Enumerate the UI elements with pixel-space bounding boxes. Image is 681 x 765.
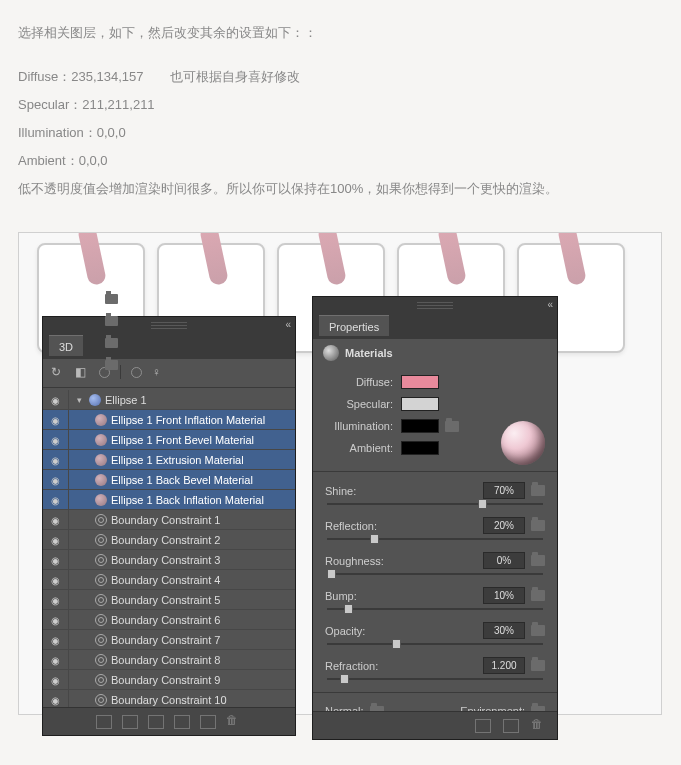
specular-swatch[interactable] [401,397,439,411]
shine-row: Shine: 70% [325,482,545,505]
visibility-eye-icon[interactable] [51,694,60,706]
bump-slider[interactable] [327,608,543,610]
visibility-eye-icon[interactable] [51,654,60,666]
lights-filter-icon[interactable] [152,365,166,379]
visibility-eye-icon[interactable] [51,634,60,646]
shine-value[interactable]: 70% [483,482,525,499]
trash-icon[interactable] [226,715,242,729]
instruction-line1: 选择相关图层，如下，然后改变其余的设置如下：： [18,20,663,46]
folder-icon[interactable] [105,294,118,304]
reflection-value[interactable]: 20% [483,517,525,534]
layer-label: Ellipse 1 Back Bevel Material [111,474,253,486]
diffuse-swatch[interactable] [401,375,439,389]
constraint-icon [95,554,107,566]
footer-icon-2[interactable] [122,715,138,729]
panel-collapse-icon[interactable]: « [547,299,553,310]
layer-material-0[interactable]: Ellipse 1 Front Inflation Material [43,410,295,430]
bump-value[interactable]: 10% [483,587,525,604]
footer-icon-1[interactable] [96,715,112,729]
layer-constraint-4[interactable]: Boundary Constraint 4 [43,570,295,590]
constraint-icon [95,514,107,526]
folder-icon[interactable] [531,590,545,601]
visibility-eye-icon[interactable] [51,394,60,406]
layer-material-1[interactable]: Ellipse 1 Front Bevel Material [43,430,295,450]
visibility-eye-icon[interactable] [51,414,60,426]
folder-icon[interactable] [105,360,118,370]
folder-icon[interactable] [531,555,545,566]
footer-icon-3[interactable] [148,715,164,729]
roughness-value[interactable]: 0% [483,552,525,569]
scene-icon[interactable] [75,365,89,379]
panel-drag-head[interactable]: « [313,297,557,315]
folder-icon[interactable] [105,338,118,348]
ambient-label: Ambient: [323,442,401,454]
layer-constraint-8[interactable]: Boundary Constraint 8 [43,650,295,670]
layer-ellipse-1[interactable]: ▾Ellipse 1 [43,390,295,410]
visibility-eye-icon[interactable] [51,614,60,626]
layer-constraint-6[interactable]: Boundary Constraint 6 [43,610,295,630]
layer-label: Boundary Constraint 6 [111,614,220,626]
material-icon [95,434,107,446]
footer-new-icon[interactable] [200,715,216,729]
visibility-eye-icon[interactable] [51,594,60,606]
folder-icon[interactable] [531,520,545,531]
footer-icon-4[interactable] [174,715,190,729]
materials-section-label: Materials [345,347,393,359]
footer-icon-b[interactable] [503,719,519,733]
folder-icon[interactable] [445,421,459,432]
opacity-slider[interactable] [327,643,543,645]
visibility-eye-icon[interactable] [51,494,60,506]
layer-label: Ellipse 1 Front Bevel Material [111,434,254,446]
constraint-icon [95,534,107,546]
visibility-eye-icon[interactable] [51,674,60,686]
visibility-eye-icon[interactable] [51,454,60,466]
visibility-eye-icon[interactable] [51,554,60,566]
layer-list[interactable]: ▾Ellipse 1 Ellipse 1 Front Inflation Mat… [43,390,295,728]
refresh-icon[interactable] [51,365,65,379]
layer-label: Boundary Constraint 7 [111,634,220,646]
folder-icon[interactable] [531,625,545,636]
layer-label: Ellipse 1 Back Inflation Material [111,494,264,506]
ambient-swatch[interactable] [401,441,439,455]
folder-icon[interactable] [531,660,545,671]
shine-label: Shine: [325,485,356,497]
properties-panel: « Properties Materials Diffuse: Specular… [312,296,558,740]
panel-collapse-icon[interactable]: « [285,319,291,330]
refraction-value[interactable]: 1.200 [483,657,525,674]
trash-icon[interactable] [531,719,547,733]
material-preview-sphere[interactable] [501,421,545,465]
shine-slider[interactable] [327,503,543,505]
layer-label: Boundary Constraint 3 [111,554,220,566]
layer-label: Ellipse 1 [105,394,147,406]
layer-constraint-1[interactable]: Boundary Constraint 1 [43,510,295,530]
opacity-value[interactable]: 30% [483,622,525,639]
visibility-eye-icon[interactable] [51,434,60,446]
instruction-ambient: Ambient：0,0,0 [18,148,663,174]
tab-3d[interactable]: 3D [49,335,83,356]
visibility-eye-icon[interactable] [51,534,60,546]
layer-constraint-9[interactable]: Boundary Constraint 9 [43,670,295,690]
footer-icon-a[interactable] [475,719,491,733]
layer-constraint-5[interactable]: Boundary Constraint 5 [43,590,295,610]
tab-properties[interactable]: Properties [319,315,389,336]
folder-icon[interactable] [531,485,545,496]
reflection-label: Reflection: [325,520,377,532]
visibility-eye-icon[interactable] [51,574,60,586]
layer-material-4[interactable]: Ellipse 1 Back Inflation Material [43,490,295,510]
bump-row: Bump: 10% [325,587,545,610]
layer-material-3[interactable]: Ellipse 1 Back Bevel Material [43,470,295,490]
constraint-icon [95,674,107,686]
layer-constraint-7[interactable]: Boundary Constraint 7 [43,630,295,650]
refraction-slider[interactable] [327,678,543,680]
materials-filter-icon[interactable] [131,367,142,378]
roughness-slider[interactable] [327,573,543,575]
layer-constraint-2[interactable]: Boundary Constraint 2 [43,530,295,550]
layer-constraint-3[interactable]: Boundary Constraint 3 [43,550,295,570]
reflection-slider[interactable] [327,538,543,540]
layer-material-2[interactable]: Ellipse 1 Extrusion Material [43,450,295,470]
panel-drag-head[interactable]: « [43,317,295,335]
folder-icon[interactable] [105,316,118,326]
visibility-eye-icon[interactable] [51,514,60,526]
illumination-swatch[interactable] [401,419,439,433]
visibility-eye-icon[interactable] [51,474,60,486]
